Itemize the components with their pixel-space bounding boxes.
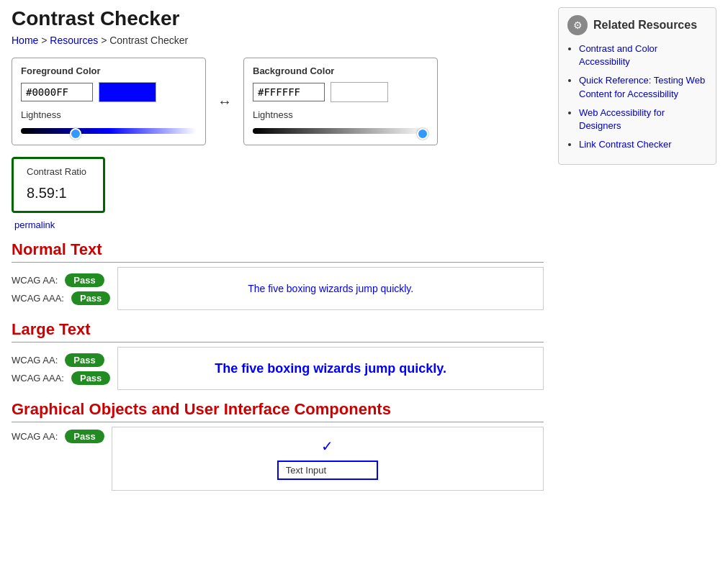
normal-wcag-aa-label: WCAG AA: [12,275,58,286]
background-lightness-label: Lightness [253,109,428,120]
sidebar-link-1[interactable]: Contrast and Color Accessibility [579,43,657,67]
large-wcag-aaa-badge: Pass [71,371,110,385]
sidebar-link-4[interactable]: Link Contrast Checker [579,139,672,150]
background-label: Background Color [253,65,428,76]
breadcrumb-resources[interactable]: Resources [50,35,98,46]
page-title: Contrast Checker [12,7,544,30]
foreground-color-panel: Foreground Color Lightness [12,58,206,145]
foreground-label: Foreground Color [21,65,197,76]
large-wcag-aa-badge: Pass [65,353,104,367]
foreground-hex-input[interactable] [21,83,93,101]
sidebar: ⚙ Related Resources Contrast and Color A… [558,7,716,491]
sidebar-link-3[interactable]: Web Accessibility for Designers [579,107,665,131]
normal-wcag-aaa-label: WCAG AAA: [12,293,64,304]
large-text-sample: The five boxing wizards jump quickly. [215,361,446,376]
background-color-panel: Background Color Lightness [243,58,438,145]
normal-wcag-aaa-badge: Pass [71,291,110,305]
normal-text-sample: The five boxing wizards jump quickly. [248,283,413,294]
normal-wcag-aa-badge: Pass [65,273,104,287]
contrast-ratio-value: 8.59:1 [27,177,90,204]
normal-text-title: Normal Text [12,240,544,263]
large-text-title: Large Text [12,320,544,343]
sidebar-item-4: Link Contrast Checker [579,138,707,151]
permalink-link[interactable]: permalink [14,219,55,230]
large-wcag-aaa-label: WCAG AAA: [12,373,64,384]
large-text-sample-box: The five boxing wizards jump quickly. [117,347,544,390]
contrast-ratio-suffix: :1 [55,185,67,201]
sidebar-title: Related Resources [593,19,697,32]
background-hex-input[interactable] [253,83,325,101]
related-resources-icon: ⚙ [567,15,588,35]
checkmark-icon: ✓ [321,437,333,455]
background-lightness-slider[interactable] [253,128,428,134]
foreground-lightness-slider[interactable] [21,128,197,134]
contrast-ratio-label: Contrast Ratio [27,166,90,177]
contrast-ratio-box: Contrast Ratio 8.59:1 [12,157,105,213]
breadcrumb-current: Contrast Checker [109,35,188,46]
graphical-wcag-aa-label: WCAG AA: [12,431,58,442]
contrast-ratio-number: 8.59 [27,185,55,201]
breadcrumb: Home > Resources > Contrast Checker [12,35,544,46]
normal-text-sample-box: The five boxing wizards jump quickly. [117,267,544,310]
sidebar-link-2[interactable]: Quick Reference: Testing Web Content for… [579,75,705,99]
foreground-swatch [99,82,156,102]
sidebar-item-2: Quick Reference: Testing Web Content for… [579,74,707,100]
large-wcag-aa-label: WCAG AA: [12,355,58,366]
graphical-title: Graphical Objects and User Interface Com… [12,400,544,422]
background-swatch [331,82,388,102]
swap-button[interactable]: ↔ [213,94,236,110]
sidebar-item-1: Contrast and Color Accessibility [579,42,707,68]
foreground-lightness-label: Lightness [21,109,197,120]
graphical-wcag-aa-badge: Pass [65,430,104,443]
text-input-demo: Text Input [277,461,378,480]
related-resources-list: Contrast and Color Accessibility Quick R… [567,42,707,151]
graphical-sample-box: ✓ Text Input [112,427,544,491]
related-resources-panel: ⚙ Related Resources Contrast and Color A… [558,7,716,165]
sidebar-item-3: Web Accessibility for Designers [579,106,707,132]
breadcrumb-home[interactable]: Home [12,35,38,46]
